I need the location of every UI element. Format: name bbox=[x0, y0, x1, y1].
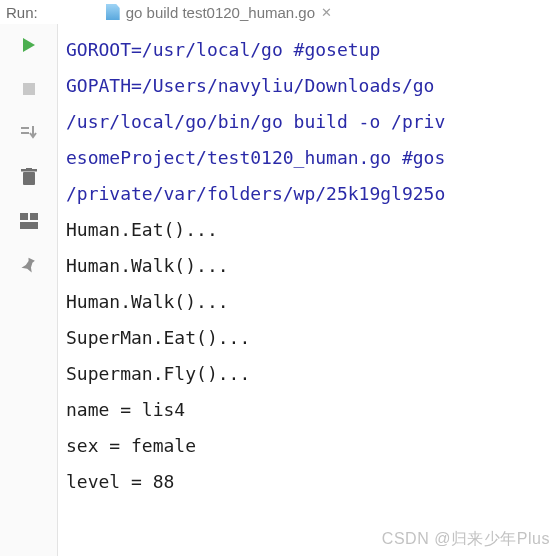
console-output[interactable]: GOROOT=/usr/local/go #gosetupGOPATH=/Use… bbox=[58, 24, 560, 556]
console-line: Human.Walk()... bbox=[66, 248, 560, 284]
console-line: Superman.Fly()... bbox=[66, 356, 560, 392]
layout-icon[interactable] bbox=[18, 210, 40, 232]
console-line: Human.Eat()... bbox=[66, 212, 560, 248]
console-line: esomeProject/test0120_human.go #gos bbox=[66, 140, 560, 176]
run-label: Run: bbox=[6, 4, 38, 21]
console-line: Human.Walk()... bbox=[66, 284, 560, 320]
console-line: /private/var/folders/wp/25k19gl925o bbox=[66, 176, 560, 212]
svg-rect-0 bbox=[23, 83, 35, 95]
console-line: name = lis4 bbox=[66, 392, 560, 428]
run-tab[interactable]: go build test0120_human.go ✕ bbox=[106, 4, 332, 21]
svg-rect-4 bbox=[20, 213, 28, 220]
console-line: SuperMan.Eat()... bbox=[66, 320, 560, 356]
svg-rect-6 bbox=[20, 222, 38, 229]
main-area: GOROOT=/usr/local/go #gosetupGOPATH=/Use… bbox=[0, 24, 560, 556]
svg-rect-5 bbox=[30, 213, 38, 220]
console-line: GOPATH=/Users/navyliu/Downloads/go bbox=[66, 68, 560, 104]
svg-rect-3 bbox=[26, 168, 32, 170]
console-line: /usr/local/go/bin/go build -o /priv bbox=[66, 104, 560, 140]
trash-icon[interactable] bbox=[18, 166, 40, 188]
pin-icon[interactable] bbox=[18, 254, 40, 276]
svg-rect-1 bbox=[23, 172, 35, 185]
close-icon[interactable]: ✕ bbox=[321, 5, 332, 20]
top-bar: Run: go build test0120_human.go ✕ bbox=[0, 0, 560, 24]
step-down-icon[interactable] bbox=[18, 122, 40, 144]
console-line: sex = female bbox=[66, 428, 560, 464]
watermark: CSDN @归来少年Plus bbox=[382, 529, 550, 550]
console-line: GOROOT=/usr/local/go #gosetup bbox=[66, 32, 560, 68]
stop-icon[interactable] bbox=[18, 78, 40, 100]
tab-label: go build test0120_human.go bbox=[126, 4, 315, 21]
console-line: level = 88 bbox=[66, 464, 560, 500]
tool-gutter bbox=[0, 24, 58, 556]
run-icon[interactable] bbox=[18, 34, 40, 56]
go-file-icon bbox=[106, 4, 120, 20]
